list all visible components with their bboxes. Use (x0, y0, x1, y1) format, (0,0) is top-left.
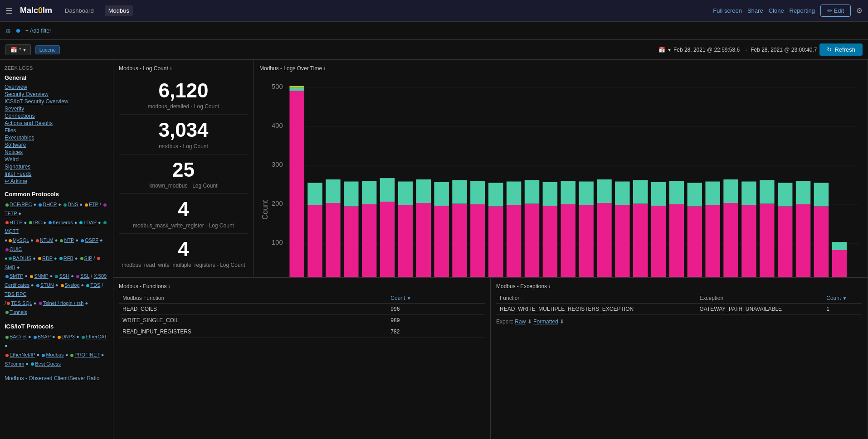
svg-rect-53 (669, 204, 684, 277)
modbus-ratio-link[interactable]: Modbus - Observed Client/Server Ratio (5, 375, 108, 381)
functions-title: Modbus - Functions ℹ (119, 283, 485, 289)
sidebar-link-executables[interactable]: Executables (5, 135, 108, 141)
proto-http[interactable]: HTTP (10, 220, 23, 225)
add-filter-button[interactable]: + Add filter (25, 28, 51, 34)
proto-tds-sql[interactable]: TDS SQL (11, 300, 32, 306)
exceptions-table: Function Exception Count ▼ READ_WRITE_MU… (496, 293, 862, 315)
proto-irc[interactable]: IRC (33, 220, 42, 225)
export-raw-link[interactable]: Raw (515, 318, 526, 325)
svg-text:Count: Count (261, 200, 269, 220)
proto-tftp[interactable]: TFTP (5, 211, 17, 216)
col-exc-exception-header[interactable]: Exception (696, 293, 823, 304)
sidebar-link-files[interactable]: Files (5, 127, 108, 134)
reporting-link[interactable]: Reporting (790, 7, 815, 14)
sidebar-link-intel-feeds[interactable]: Intel Feeds (5, 171, 108, 177)
proto-ssl[interactable]: SSL (80, 273, 89, 279)
proto-mqtt[interactable]: MQTT (5, 228, 19, 234)
proto-modbus[interactable]: Modbus (46, 352, 63, 357)
proto-ethernetip[interactable]: EtherNet/IP (10, 352, 35, 357)
proto-rdp[interactable]: RDP (42, 256, 53, 261)
col-exc-count-header[interactable]: Count ▼ (823, 293, 862, 304)
proto-ftp[interactable]: FTP (89, 202, 98, 207)
proto-telnet[interactable]: Telnet / rlogin / rsh (43, 300, 84, 306)
proto-ethercat[interactable]: EtherCAT (86, 334, 107, 339)
nav-tabs: Dashboard Modbus (61, 5, 713, 16)
proto-snmp[interactable]: SNMP (34, 273, 49, 279)
fullscreen-link[interactable]: Full screen (713, 7, 742, 14)
count-0: 996 (387, 304, 485, 315)
refresh-label: Refresh (834, 46, 855, 53)
proto-ssh[interactable]: SSH (59, 273, 69, 279)
proto-kerberos[interactable]: Kerberos (53, 220, 73, 225)
nav-tab-modbus[interactable]: Modbus (105, 5, 133, 16)
refresh-icon: ↻ (827, 46, 832, 53)
metric-known-modbus: 25 known_modbus - Log Count (119, 154, 248, 194)
clone-link[interactable]: Clone (769, 7, 784, 14)
proto-ntp[interactable]: NTP (64, 237, 74, 243)
bar-1-modbus (289, 87, 304, 91)
proto-ntlm[interactable]: NTLM (40, 237, 54, 243)
proto-ldap[interactable]: LDAP (83, 220, 97, 225)
edit-button[interactable]: ✏ Edit (820, 5, 851, 17)
sidebar-link-software[interactable]: Software (5, 142, 108, 148)
sidebar: Zeek Logs General Overview Security Over… (0, 60, 113, 439)
proto-dhcp[interactable]: DHCP (43, 202, 57, 207)
sidebar-link-severity[interactable]: Severity (5, 106, 108, 112)
sidebar-link-signatures[interactable]: Signatures (5, 164, 108, 170)
proto-smtp[interactable]: SMTP (10, 273, 23, 279)
proto-certs[interactable]: Certificates (5, 282, 29, 288)
proto-sip[interactable]: SIP (84, 256, 93, 261)
col-exc-function-header[interactable]: Function (496, 293, 696, 304)
sidebar-link-security-overview[interactable]: Security Overview (5, 91, 108, 97)
proto-dns[interactable]: DNS (68, 202, 78, 207)
proto-mysql[interactable]: MySQL (13, 237, 29, 243)
proto-ospf[interactable]: OSPF (85, 237, 98, 243)
sidebar-link-connections[interactable]: Connections (5, 113, 108, 119)
proto-best-guess[interactable]: Best Guess (35, 361, 61, 367)
sidebar-link-ics-iot-security[interactable]: ICS/IoT Security Overview (5, 98, 108, 105)
settings-icon[interactable]: ⚙ (856, 6, 863, 15)
sidebar-link-arkime[interactable]: ↩ Arkime (5, 178, 108, 184)
sidebar-link-overview[interactable]: Overview (5, 84, 108, 90)
sidebar-title: Zeek Logs (5, 65, 108, 71)
proto-bsap[interactable]: BSAP (38, 334, 51, 339)
proto-s7comm[interactable]: S7comm (5, 361, 24, 367)
svg-rect-14 (307, 183, 322, 205)
svg-rect-71 (832, 250, 847, 277)
export-formatted-link[interactable]: Formatted (533, 318, 558, 325)
svg-rect-39 (543, 206, 557, 277)
share-link[interactable]: Share (747, 7, 763, 14)
proto-rfb[interactable]: RFB (63, 256, 73, 261)
sidebar-link-actions-results[interactable]: Actions and Results (5, 120, 108, 126)
proto-dce-rpc[interactable]: DCE/RPC (10, 202, 32, 207)
sidebar-link-weird[interactable]: Weird (5, 156, 108, 163)
svg-rect-19 (362, 204, 376, 277)
hamburger-menu[interactable]: ☰ (5, 6, 13, 16)
proto-x509[interactable]: X.509 (93, 273, 107, 279)
sort-arrow: ▼ (407, 296, 411, 301)
proto-stun[interactable]: STUN (40, 282, 54, 288)
proto-syslog[interactable]: Syslog (65, 282, 80, 288)
svg-rect-25 (416, 203, 431, 277)
proto-smb[interactable]: SMB (5, 265, 15, 270)
svg-rect-32 (470, 181, 485, 204)
refresh-button[interactable]: ↻ Refresh (819, 43, 863, 56)
nav-tab-dashboard[interactable]: Dashboard (61, 5, 98, 16)
functions-panel: Modbus - Functions ℹ Modbus Function Cou… (113, 277, 491, 439)
lucene-badge[interactable]: Lucene (35, 45, 60, 54)
proto-radius[interactable]: RADIUS (13, 256, 32, 261)
sidebar-link-notices[interactable]: Notices (5, 149, 108, 155)
col-function-header[interactable]: Modbus Function (119, 293, 387, 304)
proto-tds[interactable]: TDS (90, 282, 100, 288)
proto-dnp3[interactable]: DNP3 (62, 334, 75, 339)
svg-rect-62 (741, 182, 756, 205)
proto-profinet[interactable]: PROFINET (74, 352, 99, 357)
proto-quic[interactable]: QUIC (10, 246, 22, 252)
proto-tds-rpc[interactable]: TDS RPC (5, 291, 26, 297)
proto-tunnels[interactable]: Tunnels (10, 309, 27, 315)
col-count-header[interactable]: Count ▼ (387, 293, 485, 304)
sidebar-section-ics: ICS/IoT Protocols BACnet ● BSAP ● DNP3 ●… (5, 323, 108, 368)
proto-bacnet[interactable]: BACnet (10, 334, 27, 339)
time-picker-button[interactable]: 📅 * ▾ (5, 44, 31, 55)
svg-rect-23 (398, 205, 413, 277)
